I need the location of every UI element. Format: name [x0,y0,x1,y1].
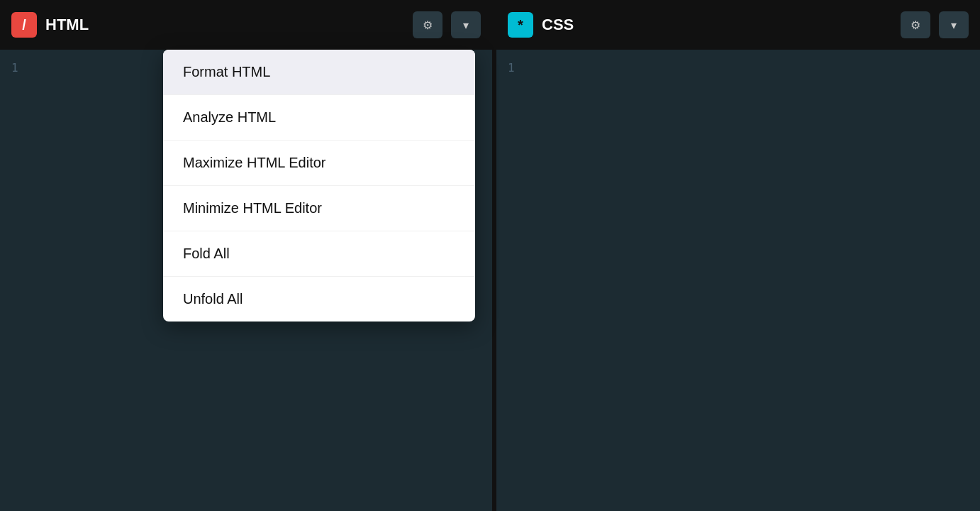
html-panel: / HTML ⚙ ▾ 1 Format HTML Analyze HTML Ma… [0,0,496,511]
css-panel: * CSS ⚙ ▾ 1 [496,0,980,511]
dropdown-item-maximize-editor[interactable]: Maximize HTML Editor [163,141,475,186]
css-line-number-1: 1 [508,61,515,75]
dropdown-item-minimize-editor[interactable]: Minimize HTML Editor [163,186,475,231]
dropdown-item-format-html[interactable]: Format HTML [163,50,475,95]
dropdown-item-analyze-html[interactable]: Analyze HTML [163,95,475,141]
html-chevron-button[interactable]: ▾ [451,11,481,38]
css-gear-button[interactable]: ⚙ [901,11,930,38]
css-chevron-button[interactable]: ▾ [939,11,969,38]
dropdown-item-fold-all[interactable]: Fold All [163,231,475,277]
html-line-number-1: 1 [11,61,18,75]
chevron-down-icon: ▾ [951,18,957,32]
css-asterisk-icon: * [518,17,523,33]
gear-icon: ⚙ [423,18,433,32]
html-dropdown-menu: Format HTML Analyze HTML Maximize HTML E… [163,50,475,322]
css-icon: * [508,12,533,38]
gear-icon: ⚙ [911,18,920,32]
html-slash-icon: / [22,17,26,33]
css-editor-content: 1 [496,50,980,511]
css-panel-header: * CSS ⚙ ▾ [496,0,980,50]
html-panel-title: HTML [45,16,404,34]
html-icon: / [11,12,37,38]
html-panel-header: / HTML ⚙ ▾ [0,0,492,50]
chevron-down-icon: ▾ [463,18,469,32]
html-gear-button[interactable]: ⚙ [413,11,442,38]
main-layout: / HTML ⚙ ▾ 1 Format HTML Analyze HTML Ma… [0,0,980,511]
css-panel-title: CSS [542,16,892,34]
dropdown-item-unfold-all[interactable]: Unfold All [163,277,475,322]
